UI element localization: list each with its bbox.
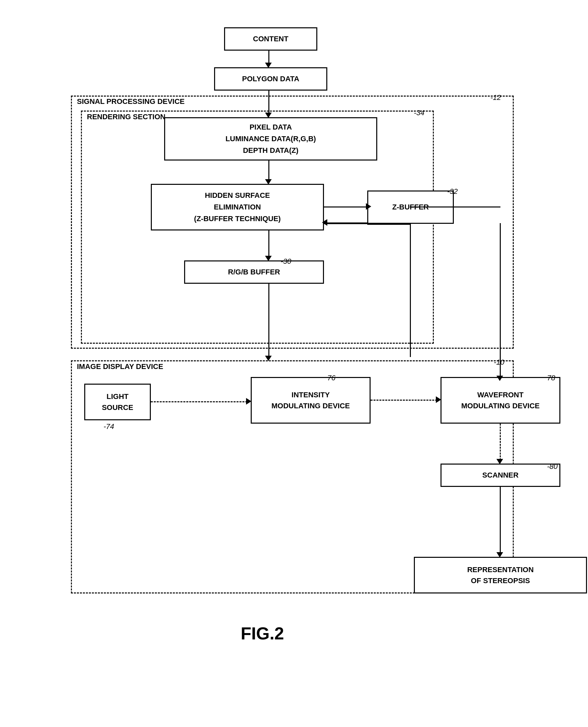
arrow-content-to-polygon (268, 50, 269, 64)
image-display-label: IMAGE DISPLAY DEVICE (77, 362, 163, 371)
scanner-label: SCANNER (482, 471, 519, 480)
ref-30: -30 (281, 257, 291, 266)
wavefront-mod-line2: MODULATING DEVICE (461, 400, 539, 411)
hidden-surface-line3: (Z-BUFFER TECHNIQUE) (194, 213, 281, 225)
arrowhead-zbuf-to-hs (322, 219, 327, 226)
line-intensity-to-wavefront-dashed (371, 400, 437, 401)
rgb-buffer-box: R/G/B BUFFER (184, 261, 324, 284)
representation-box: REPRESENTATION OF STEREOPSIS (414, 557, 587, 594)
line-rgb-down (268, 284, 269, 357)
pixel-data-line1: PIXEL DATA (225, 121, 316, 133)
line-zbuf-to-hs-return (323, 223, 368, 224)
line-light-to-intensity-dashed (151, 401, 247, 402)
content-label: CONTENT (253, 35, 288, 43)
arrowhead-zbuf-to-wavefront (497, 376, 503, 381)
line-scanner-to-repr (500, 487, 501, 554)
hidden-surface-line1: HIDDEN SURFACE (194, 189, 281, 201)
main-canvas: CONTENT POLYGON DATA SIGNAL PROCESSING D… (61, 24, 527, 697)
line-zbuf-down (410, 224, 411, 357)
light-source-line2: SOURCE (102, 402, 133, 413)
hidden-surface-line2: ELIMINATION (194, 201, 281, 213)
intensity-mod-line2: MODULATING DEVICE (271, 400, 350, 411)
line-pixel-to-hidden (268, 161, 269, 181)
polygon-data-box: POLYGON DATA (214, 67, 327, 90)
arrowhead-hs-to-zbuf (366, 203, 371, 210)
figure-label: FIG.2 (241, 623, 284, 643)
line-zbuf-to-wavefront-v (500, 223, 501, 377)
pixel-data-line3: DEPTH DATA(Z) (225, 145, 316, 156)
ref-32: -32 (447, 187, 458, 196)
pixel-data-box: PIXEL DATA LUMINANCE DATA(R,G,B) DEPTH D… (164, 117, 377, 161)
ref-74: -74 (104, 422, 114, 431)
line-hs-to-zbuf-h (324, 206, 367, 207)
pixel-data-line2: LUMINANCE DATA(R,G,B) (225, 133, 316, 145)
wavefront-mod-line1: WAVEFRONT (461, 389, 539, 400)
light-source-line1: LIGHT (102, 391, 133, 402)
ref-80: -80 (547, 462, 558, 471)
wavefront-modulating-box: WAVEFRONT MODULATING DEVICE (441, 377, 560, 423)
representation-line1: REPRESENTATION (467, 564, 534, 575)
ref-76: 76 (327, 374, 335, 382)
light-source-box: LIGHT SOURCE (84, 383, 151, 420)
polygon-data-label: POLYGON DATA (242, 75, 299, 83)
representation-line2: OF STEREOPSIS (467, 575, 534, 586)
ref-34: -34 (414, 108, 424, 117)
hidden-surface-box: HIDDEN SURFACE ELIMINATION (Z-BUFFER TEC… (151, 184, 324, 230)
diagram-container: CONTENT POLYGON DATA SIGNAL PROCESSING D… (44, 14, 544, 713)
ref-10: -10 (494, 358, 504, 367)
scanner-box: SCANNER (441, 463, 560, 487)
signal-processing-label: SIGNAL PROCESSING DEVICE (77, 97, 185, 106)
ref-12: -12 (490, 93, 501, 102)
line-zbuf-to-right (410, 206, 500, 207)
line-wavefront-to-scanner-dashed (500, 423, 501, 460)
ref-78: 78 (547, 374, 555, 382)
line-hidden-to-rgb (268, 230, 269, 257)
content-box: CONTENT (224, 27, 317, 50)
line-zbuf-to-hs-down (367, 224, 411, 225)
intensity-mod-line1: INTENSITY (271, 389, 350, 400)
intensity-modulating-box: INTENSITY MODULATING DEVICE (251, 377, 371, 423)
rendering-section-label: RENDERING SECTION (87, 112, 166, 121)
rgb-buffer-label: R/G/B BUFFER (228, 268, 280, 276)
